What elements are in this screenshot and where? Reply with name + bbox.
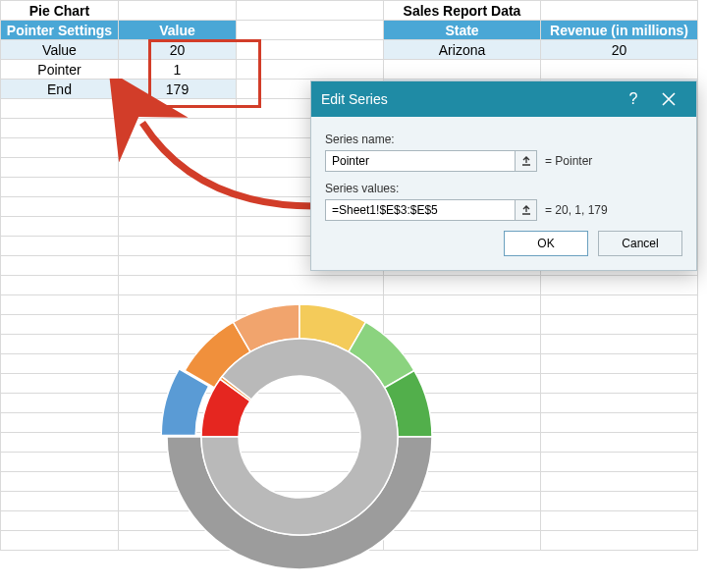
dialog-titlebar[interactable]: Edit Series ?: [311, 81, 696, 117]
ok-button[interactable]: OK: [504, 231, 588, 256]
series-name-input[interactable]: [326, 151, 515, 171]
dialog-close-button[interactable]: [651, 81, 686, 117]
sales-row-state[interactable]: Arizona: [384, 40, 541, 60]
pie-row-val[interactable]: 1: [119, 60, 237, 80]
pie-row-label[interactable]: Pointer: [1, 60, 119, 80]
series-values-preview: = 20, 1, 179: [545, 203, 608, 217]
dialog-help-button[interactable]: ?: [616, 81, 651, 117]
series-name-preview: = Pointer: [545, 154, 592, 168]
sales-row-rev[interactable]: 20: [541, 40, 698, 60]
pie-row-val[interactable]: 20: [119, 40, 237, 60]
pie-col-value: Value: [119, 21, 237, 40]
edit-series-dialog[interactable]: Edit Series ? Series name: = Pointer Ser…: [310, 80, 697, 271]
dialog-title-text: Edit Series: [321, 91, 388, 107]
pie-row-label[interactable]: End: [1, 80, 119, 99]
series-name-ref-button[interactable]: [515, 151, 536, 171]
pie-col-settings: Pointer Settings: [1, 21, 119, 40]
pie-row-val[interactable]: 179: [119, 80, 237, 99]
series-values-input[interactable]: [326, 200, 515, 220]
pie-chart-title: Pie Chart: [1, 1, 119, 21]
sales-col-state: State: [384, 21, 541, 40]
series-name-label: Series name:: [325, 133, 682, 146]
cancel-button[interactable]: Cancel: [598, 231, 682, 256]
series-values-label: Series values:: [325, 182, 682, 195]
collapse-icon: [520, 155, 532, 167]
pie-row-label[interactable]: Value: [1, 40, 119, 60]
sales-report-title: Sales Report Data: [384, 1, 541, 21]
gauge-chart[interactable]: [152, 290, 447, 584]
series-values-ref-button[interactable]: [515, 200, 536, 220]
close-icon: [662, 92, 676, 106]
sales-col-revenue: Revenue (in millions): [541, 21, 698, 40]
collapse-icon: [520, 204, 532, 216]
